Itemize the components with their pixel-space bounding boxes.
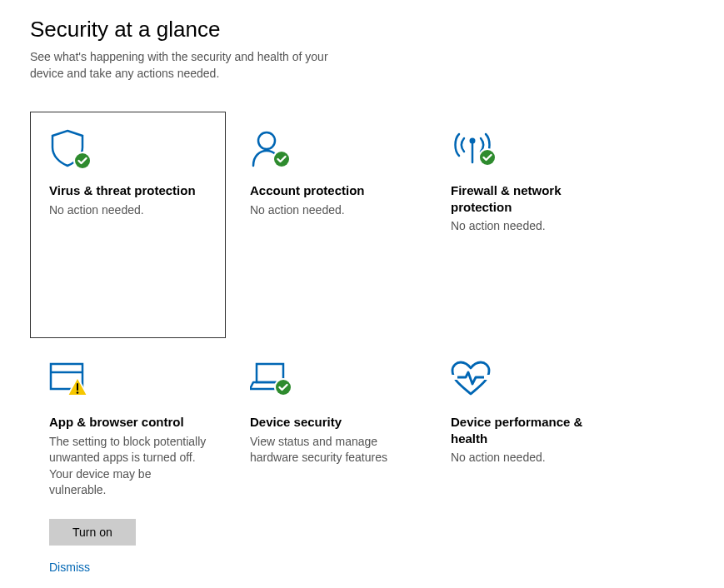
tile-title: App & browser control: [49, 414, 207, 431]
page-subtitle: See what's happening with the security a…: [30, 49, 338, 82]
tile-desc: No action needed.: [49, 202, 207, 219]
tile-title: Device security: [250, 414, 407, 431]
tile-title: Virus & threat protection: [49, 182, 207, 199]
tile-device-performance[interactable]: Device performance & health No action ne…: [432, 343, 627, 588]
tile-firewall-network[interactable]: Firewall & network protection No action …: [432, 112, 627, 338]
tile-account-protection[interactable]: Account protection No action needed.: [231, 112, 427, 338]
svg-point-2: [258, 132, 275, 149]
tile-device-security[interactable]: Device security View status and manage h…: [231, 343, 427, 588]
browser-window-icon: [49, 361, 207, 402]
laptop-icon: [250, 361, 407, 402]
tile-desc: No action needed.: [451, 450, 608, 466]
tile-title: Firewall & network protection: [451, 182, 608, 215]
tile-app-browser[interactable]: App & browser control The setting to blo…: [30, 343, 226, 588]
tile-desc: No action needed.: [451, 218, 608, 235]
person-icon: [250, 129, 407, 171]
svg-rect-17: [484, 375, 491, 380]
tile-desc: No action needed.: [250, 202, 407, 219]
heart-pulse-icon: [451, 361, 608, 402]
shield-icon: [49, 129, 207, 171]
svg-point-6: [470, 138, 476, 144]
dismiss-link[interactable]: Dismiss: [49, 561, 207, 574]
tile-title: Device performance & health: [451, 414, 608, 446]
tile-virus-threat[interactable]: Virus & threat protection No action need…: [30, 112, 226, 338]
tile-title: Account protection: [250, 182, 407, 199]
svg-rect-16: [451, 375, 457, 380]
tiles-grid: Virus & threat protection No action need…: [30, 112, 694, 588]
page-title: Security at a glance: [30, 17, 694, 42]
svg-point-12: [77, 391, 79, 394]
antenna-icon: [451, 129, 608, 171]
tile-desc: The setting to block potentially unwante…: [49, 434, 207, 499]
turn-on-button[interactable]: Turn on: [49, 519, 136, 546]
tile-desc: View status and manage hardware security…: [250, 434, 407, 466]
